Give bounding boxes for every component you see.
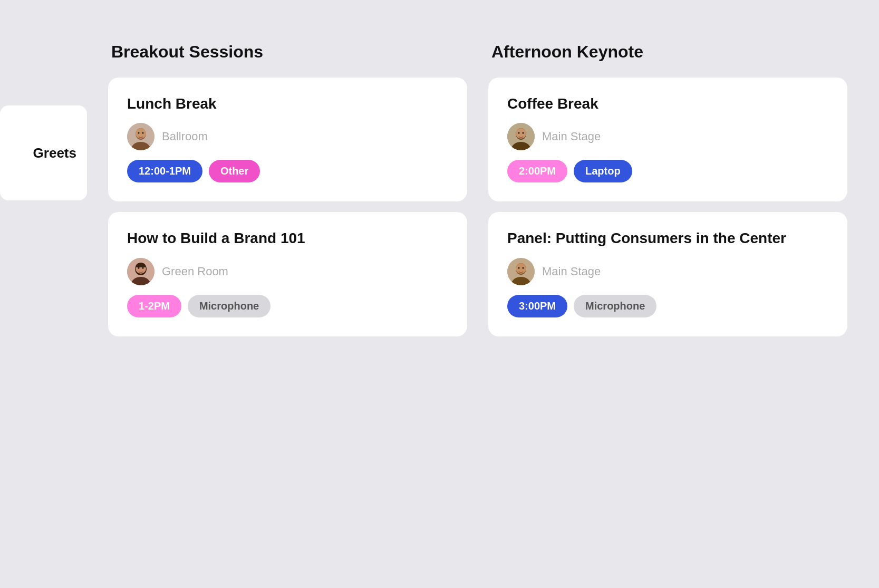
coffee-break-tags: 2:00PM Laptop xyxy=(507,160,828,182)
svg-point-23 xyxy=(523,267,524,269)
brand-101-card: How to Build a Brand 101 xyxy=(108,212,467,336)
partial-card-title: Greets xyxy=(33,145,76,161)
brand-101-tags: 1-2PM Microphone xyxy=(127,295,448,317)
svg-point-21 xyxy=(516,263,526,274)
brand-101-type-tag: Microphone xyxy=(188,295,271,317)
svg-point-16 xyxy=(518,132,520,134)
panel-meta: Main Stage xyxy=(507,258,828,285)
breakout-sessions-column: Breakout Sessions Lunch Break xyxy=(98,42,478,336)
coffee-break-meta: Main Stage xyxy=(507,123,828,150)
svg-point-4 xyxy=(138,132,140,134)
afternoon-keynote-column: Afternoon Keynote Coffee Break xyxy=(478,42,858,336)
coffee-break-title: Coffee Break xyxy=(507,94,828,113)
coffee-break-avatar xyxy=(507,123,535,150)
svg-point-17 xyxy=(523,132,524,134)
lunch-break-avatar xyxy=(127,123,154,150)
partial-card: Greets xyxy=(0,105,87,200)
coffee-break-location: Main Stage xyxy=(542,130,601,143)
lunch-break-type-tag: Other xyxy=(209,160,260,182)
panel-type-tag: Microphone xyxy=(574,295,656,317)
left-column: Greets xyxy=(0,42,92,336)
lunch-break-title: Lunch Break xyxy=(127,94,448,113)
lunch-break-time-tag: 12:00-1PM xyxy=(127,160,202,182)
lunch-break-meta: Ballroom xyxy=(127,123,448,150)
brand-101-avatar xyxy=(127,258,154,285)
lunch-break-card: Lunch Break Ballroom xyxy=(108,78,467,201)
brand-101-title: How to Build a Brand 101 xyxy=(127,229,448,248)
brand-101-meta: Green Room xyxy=(127,258,448,285)
panel-title: Panel: Putting Consumers in the Center xyxy=(507,229,828,248)
afternoon-keynote-title: Afternoon Keynote xyxy=(488,42,847,62)
coffee-break-time-tag: 2:00PM xyxy=(507,160,567,182)
brand-101-time-tag: 1-2PM xyxy=(127,295,181,317)
svg-point-15 xyxy=(516,128,526,139)
svg-point-3 xyxy=(136,128,146,139)
svg-point-22 xyxy=(518,267,520,269)
brand-101-location: Green Room xyxy=(162,265,228,278)
breakout-sessions-title: Breakout Sessions xyxy=(108,42,467,62)
coffee-break-card: Coffee Break Main Stage xyxy=(488,78,847,201)
panel-card: Panel: Putting Consumers in the Center xyxy=(488,212,847,336)
coffee-break-type-tag: Laptop xyxy=(574,160,632,182)
panel-tags: 3:00PM Microphone xyxy=(507,295,828,317)
panel-time-tag: 3:00PM xyxy=(507,295,567,317)
lunch-break-tags: 12:00-1PM Other xyxy=(127,160,448,182)
svg-point-5 xyxy=(142,132,144,134)
lunch-break-location: Ballroom xyxy=(162,130,208,143)
panel-location: Main Stage xyxy=(542,265,601,278)
panel-avatar xyxy=(507,258,535,285)
